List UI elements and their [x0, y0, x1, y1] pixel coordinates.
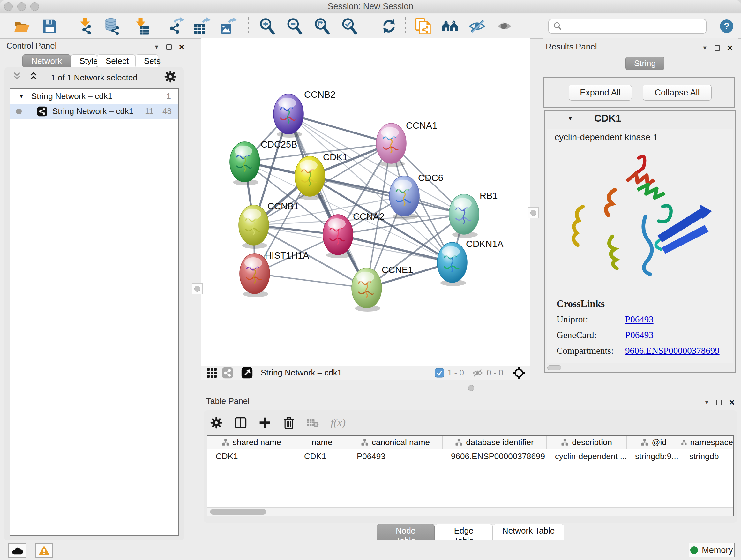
birdseye-crosshair-icon[interactable] [512, 366, 526, 380]
memory-button[interactable]: Memory [689, 543, 735, 557]
edge-CCNB2-CCNE1[interactable] [288, 114, 367, 288]
table-cell[interactable]: cyclin-dependent ... [547, 451, 627, 461]
panel-collapse-icon[interactable]: ▼ [702, 45, 708, 51]
node-CDC25B[interactable] [230, 142, 260, 186]
panel-float-icon[interactable] [166, 44, 172, 50]
hide-selected-button[interactable] [467, 16, 487, 36]
crosslink-link[interactable]: 9606.ENSP00000378699 [625, 361, 720, 363]
table-cell[interactable]: CDK1 [207, 451, 296, 461]
tab-sets[interactable]: Sets [135, 54, 158, 68]
crosslink-label: Tissues: [556, 361, 625, 363]
import-network-database-button[interactable] [102, 16, 122, 36]
cloud-status-button[interactable] [8, 543, 26, 558]
table-cell[interactable]: stringdb [681, 451, 733, 461]
expand-all-button[interactable]: Expand All [569, 84, 632, 101]
gene-card-scrollbar[interactable] [547, 365, 561, 370]
scrollbar-thumb[interactable] [210, 509, 266, 515]
crosslinks-title: CrossLinks [556, 298, 605, 310]
warning-status-button[interactable] [35, 543, 53, 558]
panel-close-icon[interactable]: × [179, 42, 185, 52]
grid-view-icon[interactable] [206, 368, 217, 378]
table-cell[interactable]: stringdb:9... [627, 451, 681, 461]
panel-close-icon[interactable]: × [729, 397, 735, 407]
network-options-gear-icon[interactable] [164, 70, 177, 83]
crosslink-link[interactable]: 9606.ENSP00000378699 [625, 346, 720, 356]
apply-layout-button[interactable] [379, 16, 399, 36]
tree-expander-icon[interactable]: ▼ [18, 93, 24, 100]
gene-card: ▼ CDK1 cyclin-dependent kinase 1 [544, 110, 736, 373]
network-row-selected[interactable]: String Network – cdk1 11 48 [10, 104, 178, 119]
import-table-icon [132, 17, 151, 36]
export-image-button[interactable] [218, 16, 238, 36]
network-canvas[interactable]: CCNB2CCNA1CDC25BCDK1CDC6RB1CCNB1CCNA2CDK… [201, 38, 530, 366]
node-table[interactable]: shared namenamecanonical namedatabase id… [207, 435, 734, 516]
zoom-fit-button[interactable] [312, 16, 332, 36]
crosslink-link[interactable]: P06493 [625, 330, 654, 340]
selected-checkbox-icon[interactable] [434, 368, 444, 378]
column-header-canonical-name[interactable]: canonical name [348, 436, 443, 449]
first-neighbors-button[interactable] [441, 16, 460, 36]
node-CCNB1[interactable] [239, 205, 269, 249]
node-label-CCNE1: CCNE1 [382, 265, 413, 275]
save-session-button[interactable] [40, 16, 59, 36]
node-CCNE1[interactable] [352, 268, 382, 312]
add-column-icon[interactable] [259, 416, 271, 429]
node-label-CDC25B: CDC25B [261, 139, 297, 149]
open-session-button[interactable] [12, 16, 31, 36]
zoom-out-button[interactable] [285, 16, 305, 36]
network-node-count: 11 [145, 106, 153, 116]
tab-style[interactable]: Style [71, 54, 97, 68]
panel-collapse-icon[interactable]: ▼ [154, 44, 159, 51]
column-header-description[interactable]: description [547, 436, 627, 449]
column-header-shared-name[interactable]: shared name [207, 436, 296, 449]
zoom-in-button[interactable] [257, 16, 277, 36]
network-snapshot-button[interactable] [413, 16, 433, 36]
table-horizontal-scrollbar[interactable] [207, 507, 733, 516]
table-cell[interactable]: CDK1 [296, 451, 348, 461]
edge-HIST1H1A-CCNE1[interactable] [255, 273, 367, 288]
crosslink-link[interactable]: P06493 [625, 314, 654, 324]
network-collection-row[interactable]: ▼ String Network – cdk1 1 [10, 89, 178, 104]
table-header-row: shared namenamecanonical namedatabase id… [207, 436, 733, 449]
column-header-name[interactable]: name [296, 436, 348, 449]
node-CDC6[interactable] [389, 176, 419, 220]
table-options-gear-icon[interactable] [210, 416, 223, 429]
right-splitter-handle[interactable] [528, 207, 539, 218]
node-CCNB2[interactable] [273, 94, 304, 138]
panel-float-icon[interactable] [715, 45, 720, 51]
network-share-view-icon[interactable] [222, 367, 233, 379]
import-network-file-button[interactable] [76, 16, 96, 36]
detach-view-icon[interactable] [241, 367, 253, 379]
search-input[interactable] [548, 19, 706, 34]
panel-collapse-icon[interactable]: ▼ [704, 399, 710, 406]
gene-expander-icon[interactable]: ▼ [567, 115, 574, 122]
import-table-file-button[interactable] [131, 16, 151, 36]
zoom-selected-button[interactable] [340, 16, 359, 36]
table-cell[interactable]: P06493 [348, 451, 443, 461]
delete-column-trash-icon[interactable] [283, 416, 295, 429]
column-header-namespace[interactable]: namespace [681, 436, 733, 449]
collapse-all-button[interactable]: Collapse All [643, 84, 712, 101]
node-CDKN1A[interactable] [437, 242, 467, 286]
column-header--id[interactable]: @id [627, 436, 681, 449]
show-all-button[interactable] [495, 16, 515, 36]
node-RB1[interactable] [449, 194, 479, 238]
panel-float-icon[interactable] [717, 400, 722, 405]
zoom-fit-icon [313, 17, 331, 35]
tab-select[interactable]: Select [97, 54, 135, 68]
tab-network[interactable]: Network [22, 54, 71, 68]
table-row[interactable]: CDK1CDK1P064939606.ENSP00000378699cyclin… [207, 449, 733, 463]
export-table-button[interactable] [192, 16, 212, 36]
panel-close-icon[interactable]: × [727, 43, 733, 53]
horizontal-splitter-handle[interactable] [468, 385, 474, 391]
export-network-button[interactable] [166, 16, 186, 36]
node-label-CCNB1: CCNB1 [267, 201, 299, 211]
column-header-database-identifier[interactable]: database identifier [443, 436, 547, 449]
results-panel: Results Panel ▼ × String Expand All Coll… [542, 38, 738, 394]
left-splitter-handle[interactable] [192, 283, 203, 294]
show-columns-icon[interactable] [234, 416, 247, 429]
help-button[interactable]: ? [717, 16, 737, 36]
edge-CCNB2-CCNA1[interactable] [288, 114, 391, 143]
tab-string[interactable]: String [625, 57, 664, 70]
table-cell[interactable]: 9606.ENSP00000378699 [443, 451, 547, 461]
